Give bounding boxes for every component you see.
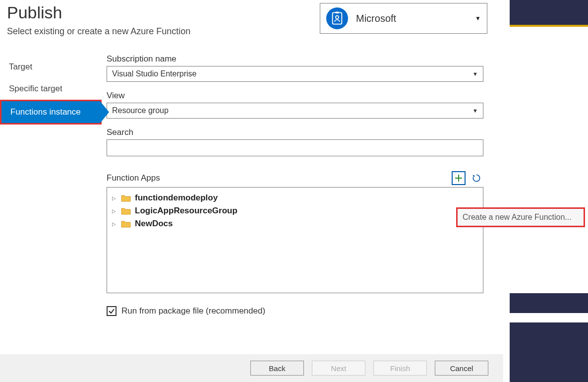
chevron-down-icon: ▼ <box>472 71 478 77</box>
view-select[interactable]: Resource group ▼ <box>107 103 483 119</box>
bg-band <box>510 0 588 25</box>
run-from-package-row[interactable]: Run from package file (recommended) <box>107 306 487 316</box>
tree-item-label: NewDocs <box>135 219 173 229</box>
sidebar-item-specific-target[interactable]: Specific target <box>0 78 107 100</box>
bg-band <box>510 322 588 382</box>
svg-point-2 <box>336 16 339 19</box>
folder-icon <box>121 194 131 202</box>
search-label: Search <box>107 127 487 137</box>
run-from-package-label: Run from package file (recommended) <box>121 306 265 316</box>
sidebar-item-label: Target <box>9 62 32 71</box>
account-picker[interactable]: Microsoft ▼ <box>320 3 487 34</box>
sidebar-item-label: Functions instance <box>10 107 81 117</box>
refresh-icon <box>471 173 481 183</box>
function-apps-label: Function Apps <box>107 173 160 183</box>
tree-item[interactable]: ▷ NewDocs <box>110 217 480 230</box>
subscription-select[interactable]: Visual Studio Enterprise ▼ <box>107 66 483 82</box>
sidebar-item-label: Specific target <box>9 84 62 93</box>
folder-icon <box>121 220 131 228</box>
tree-item[interactable]: ▷ LogicAppResourceGroup <box>110 204 480 217</box>
back-button[interactable]: Back <box>250 361 304 376</box>
create-new-tooltip: Create a new Azure Function... <box>456 207 585 227</box>
search-input[interactable] <box>107 139 483 156</box>
tree-item[interactable]: ▷ functiondemodeploy <box>110 191 480 204</box>
badge-icon <box>330 11 344 25</box>
plus-icon <box>454 174 463 183</box>
folder-icon <box>121 207 131 215</box>
view-label: View <box>107 91 487 101</box>
function-apps-tree[interactable]: ▷ functiondemodeploy ▷ LogicAppResourceG… <box>107 187 483 293</box>
sidebar-item-target[interactable]: Target <box>0 56 107 78</box>
chevron-down-icon: ▼ <box>475 15 481 22</box>
subscription-label: Subscription name <box>107 54 487 64</box>
expand-icon[interactable]: ▷ <box>112 208 117 214</box>
account-name: Microsoft <box>356 13 396 24</box>
toolbar <box>452 171 483 185</box>
chevron-down-icon: ▼ <box>472 108 478 114</box>
check-icon <box>108 308 115 315</box>
bg-band <box>510 293 588 313</box>
tooltip-text: Create a new Azure Function... <box>463 213 572 221</box>
view-value: Resource group <box>112 106 169 115</box>
expand-icon[interactable]: ▷ <box>112 221 117 227</box>
finish-button: Finish <box>373 361 427 376</box>
subscription-value: Visual Studio Enterprise <box>112 69 196 78</box>
sidebar-item-functions-instance[interactable]: Functions instance <box>0 100 102 125</box>
expand-icon[interactable]: ▷ <box>112 195 117 201</box>
background-strip <box>503 0 588 382</box>
bg-band <box>510 25 588 27</box>
run-from-package-checkbox[interactable] <box>107 306 117 316</box>
sidebar: Target Specific target Functions instanc… <box>0 54 107 316</box>
create-new-button[interactable] <box>452 171 466 185</box>
buttons-bar: Back Next Finish Cancel <box>0 354 503 382</box>
tree-item-label: functiondemodeploy <box>135 193 218 203</box>
publish-dialog: Publish Select existing or create a new … <box>0 0 503 382</box>
tree-item-label: LogicAppResourceGroup <box>135 206 237 216</box>
next-button: Next <box>312 361 365 376</box>
svg-rect-1 <box>336 12 339 14</box>
body: Target Specific target Functions instanc… <box>0 42 503 316</box>
avatar <box>326 7 348 29</box>
cancel-button[interactable]: Cancel <box>435 361 488 376</box>
form: Subscription name Visual Studio Enterpri… <box>107 54 503 316</box>
refresh-button[interactable] <box>470 171 483 185</box>
